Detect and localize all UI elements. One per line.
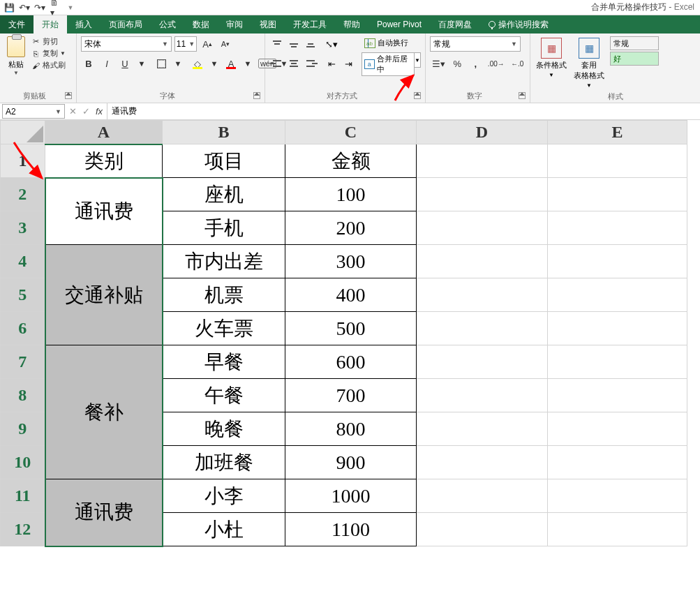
tab-formulas[interactable]: 公式	[151, 15, 184, 33]
row-header-2[interactable]: 2	[1, 178, 45, 211]
tab-baidu[interactable]: 百度网盘	[430, 15, 480, 33]
cell-C10[interactable]: 900	[285, 446, 417, 479]
fx-icon[interactable]: fx	[96, 106, 103, 117]
cell-B8[interactable]: 午餐	[163, 379, 285, 412]
tab-view[interactable]: 视图	[251, 15, 285, 33]
col-header-C[interactable]: C	[285, 121, 417, 144]
cell-B3[interactable]: 手机	[163, 211, 285, 245]
format-as-table-button[interactable]: ▦ 套用 表格格式 ▼	[572, 36, 606, 90]
increase-font-button[interactable]: A▴	[200, 36, 215, 52]
cell-B6[interactable]: 火车票	[163, 312, 285, 345]
align-left-button[interactable]	[269, 56, 285, 71]
align-right-button[interactable]	[303, 56, 318, 71]
select-all-corner[interactable]	[1, 121, 45, 144]
cancel-icon[interactable]: ✕	[69, 106, 77, 117]
cell-C7[interactable]: 600	[285, 345, 417, 379]
cell-C1[interactable]: 金额	[285, 144, 417, 178]
cell-E11[interactable]	[548, 479, 687, 513]
cell-B7[interactable]: 早餐	[163, 345, 285, 379]
save-icon[interactable]: 💾	[4, 3, 14, 13]
tab-home[interactable]: 开始	[33, 15, 67, 33]
name-box[interactable]: A2 ▼	[2, 104, 65, 119]
dialog-launcher-icon[interactable]	[414, 92, 421, 99]
wrap-text-button[interactable]: ab 自动换行	[362, 36, 421, 50]
row-header-8[interactable]: 8	[1, 379, 45, 412]
row-header-11[interactable]: 11	[1, 479, 45, 513]
underline-button[interactable]: U	[117, 56, 133, 71]
cell-E2[interactable]	[548, 178, 687, 211]
cell-D8[interactable]	[417, 379, 548, 412]
underline-dropdown[interactable]: ▼	[135, 56, 148, 71]
cell-D1[interactable]	[417, 144, 548, 178]
row-header-6[interactable]: 6	[1, 312, 45, 345]
merge-center-button[interactable]: 合并后居中	[362, 52, 415, 76]
align-bottom-button[interactable]	[303, 36, 318, 52]
cell-D9[interactable]	[417, 412, 548, 446]
comma-button[interactable]: ,	[468, 56, 483, 71]
col-header-E[interactable]: E	[548, 121, 687, 144]
cell-E7[interactable]	[548, 345, 687, 379]
cell-B2[interactable]: 座机	[163, 178, 285, 211]
enter-icon[interactable]: ✓	[82, 106, 90, 117]
cell-B1[interactable]: 项目	[163, 144, 285, 178]
tab-file[interactable]: 文件	[0, 15, 33, 33]
merge-dropdown[interactable]: ▼	[415, 52, 421, 68]
cell-E9[interactable]	[548, 412, 687, 446]
align-middle-button[interactable]	[286, 36, 301, 52]
cell-C4[interactable]: 300	[285, 245, 417, 278]
fill-color-button[interactable]: ◇	[190, 56, 205, 71]
cell-B11[interactable]: 小李	[163, 479, 285, 513]
preview-icon[interactable]: 🗎▾	[50, 3, 60, 13]
tab-page-layout[interactable]: 页面布局	[100, 15, 151, 33]
undo-icon[interactable]: ↶▾	[20, 3, 29, 13]
font-size-combo[interactable]: 11 ▼	[174, 36, 197, 52]
orientation-button[interactable]: ⤡▾	[324, 36, 339, 52]
cell-E6[interactable]	[548, 312, 687, 345]
cell-E4[interactable]	[548, 245, 687, 278]
cell-D12[interactable]	[417, 513, 548, 546]
tab-review[interactable]: 审阅	[218, 15, 251, 33]
cell-C3[interactable]: 200	[285, 211, 417, 245]
cell-D7[interactable]	[417, 345, 548, 379]
cell-B9[interactable]: 晚餐	[163, 412, 285, 446]
cut-button[interactable]: ✂ 剪切	[31, 36, 66, 47]
conditional-format-button[interactable]: ▦ 条件格式 ▼	[535, 36, 568, 80]
cell-D11[interactable]	[417, 479, 548, 513]
border-dropdown[interactable]: ▼	[172, 56, 184, 71]
cell-E5[interactable]	[548, 278, 687, 312]
worksheet[interactable]: A B C D E 1 类别 项目 金额 2 通讯费 座机 100 3 手机 2…	[0, 120, 700, 547]
row-header-12[interactable]: 12	[1, 513, 45, 546]
row-header-9[interactable]: 9	[1, 412, 45, 446]
cell-D10[interactable]	[417, 446, 548, 479]
formula-input[interactable]: 通讯费	[107, 103, 700, 119]
qat-customize-icon[interactable]: ▼	[66, 3, 75, 13]
row-header-7[interactable]: 7	[1, 345, 45, 379]
col-header-A[interactable]: A	[45, 121, 163, 144]
cell-D5[interactable]	[417, 278, 548, 312]
cell-C2[interactable]: 100	[285, 178, 417, 211]
cell-B5[interactable]: 机票	[163, 278, 285, 312]
cell-A2[interactable]: 通讯费	[45, 178, 163, 245]
row-header-3[interactable]: 3	[1, 211, 45, 245]
italic-button[interactable]: I	[99, 56, 114, 71]
cell-A1[interactable]: 类别	[45, 144, 163, 178]
col-header-B[interactable]: B	[163, 121, 285, 144]
style-good[interactable]: 好	[610, 52, 659, 66]
chevron-down-icon[interactable]: ▼	[55, 108, 61, 115]
row-header-4[interactable]: 4	[1, 245, 45, 278]
tab-developer[interactable]: 开发工具	[285, 15, 335, 33]
cell-C6[interactable]: 500	[285, 312, 417, 345]
font-color-dropdown[interactable]: ▼	[241, 56, 254, 71]
cell-B10[interactable]: 加班餐	[163, 446, 285, 479]
cell-B12[interactable]: 小杜	[163, 513, 285, 546]
decrease-indent-button[interactable]: ⇤	[324, 56, 339, 71]
cell-D3[interactable]	[417, 211, 548, 245]
cell-E12[interactable]	[548, 513, 687, 546]
tab-insert[interactable]: 插入	[67, 15, 100, 33]
fill-color-dropdown[interactable]: ▼	[208, 56, 221, 71]
percent-button[interactable]: %	[449, 56, 465, 71]
copy-button[interactable]: ⎘ 复制 ▼	[31, 48, 66, 59]
tell-me-search[interactable]: 操作说明搜索	[480, 15, 557, 33]
cell-styles-gallery[interactable]: 常规 好	[610, 36, 659, 66]
dialog-launcher-icon[interactable]	[253, 92, 260, 99]
